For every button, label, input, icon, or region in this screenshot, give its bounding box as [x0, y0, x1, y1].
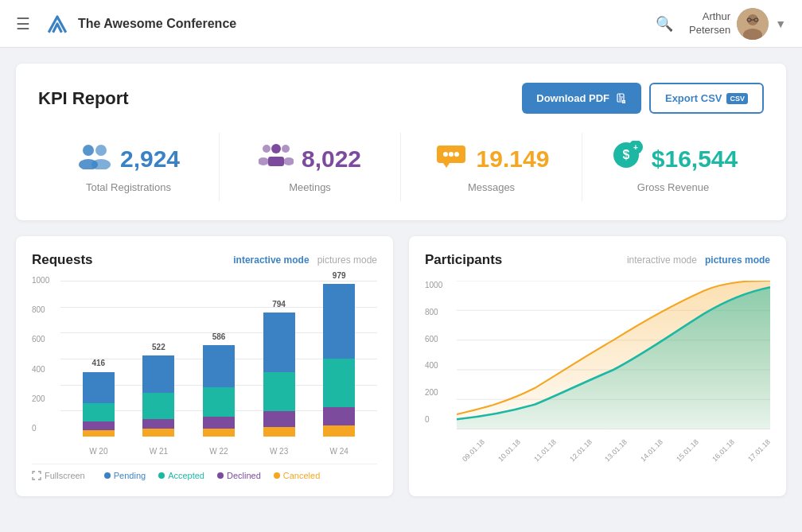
registrations-label: Total Registrations — [86, 181, 171, 193]
download-pdf-label: Download PDF — [536, 92, 609, 104]
export-csv-button[interactable]: Export CSV CSV — [649, 83, 764, 114]
messages-label: Messages — [468, 181, 515, 193]
revenue-label: Gross Revenue — [637, 181, 709, 193]
kpi-stat-top-registrations: 2,924 — [77, 141, 180, 177]
main-content: KPI Report Download PDF Export CSV CSV — [0, 48, 802, 512]
kpi-stat-registrations: 2,924 Total Registrations — [38, 133, 220, 201]
fullscreen-button[interactable]: Fullscreen — [32, 471, 85, 480]
legend-dot-canceled — [274, 472, 280, 479]
svg-point-21 — [283, 157, 294, 165]
bar-stack: 979 — [323, 284, 355, 437]
messages-value: 19.149 — [477, 146, 550, 173]
participants-line-chart: 1000 800 600 400 200 0 — [425, 281, 770, 456]
registrations-value: 2,924 — [120, 146, 180, 173]
kpi-stat-top-meetings: 8,022 — [259, 141, 361, 177]
svg-rect-17 — [268, 157, 284, 166]
kpi-stat-top-messages: 19.149 — [434, 141, 550, 177]
lc-x-1601: 16.01.18 — [711, 438, 736, 464]
svg-point-12 — [83, 145, 94, 156]
bar-group-w22: 586 — [199, 345, 239, 437]
bar-segment — [323, 284, 355, 359]
requests-chart-modes: interactive mode pictures mode — [233, 254, 377, 266]
kpi-stats: 2,924 Total Registrations — [38, 133, 764, 201]
requests-chart-card: Requests interactive mode pictures mode … — [16, 236, 393, 496]
revenue-value: $16,544 — [652, 146, 738, 173]
meetings-value: 8,022 — [302, 146, 361, 173]
revenue-icon: $ + — [609, 141, 644, 177]
legend-dot-accepted — [158, 472, 165, 479]
bar-stack: 586 — [203, 345, 235, 437]
participants-svg — [457, 281, 770, 429]
lc-x-1301: 13.01.18 — [604, 438, 629, 464]
bar-total-label: 586 — [212, 332, 226, 341]
kpi-card: KPI Report Download PDF Export CSV CSV — [16, 64, 786, 220]
lc-x-1201: 12.01.18 — [568, 438, 594, 464]
chevron-down-icon: ▼ — [775, 17, 786, 30]
requests-pictures-mode[interactable]: pictures mode — [317, 254, 377, 266]
participants-interactive-mode[interactable]: interactive mode — [627, 254, 697, 266]
bar-segment — [142, 419, 174, 429]
bar-total-label: 416 — [91, 359, 105, 367]
site-title: The Awesome Conference — [78, 17, 236, 31]
svg-point-25 — [454, 152, 459, 157]
kpi-buttons: Download PDF Export CSV CSV — [522, 83, 764, 114]
lc-y-400: 400 — [425, 361, 442, 370]
charts-row: Requests interactive mode pictures mode … — [16, 236, 786, 496]
pdf-icon — [616, 93, 627, 104]
bar-segment — [203, 429, 235, 437]
svg-point-18 — [263, 145, 271, 153]
search-icon[interactable]: 🔍 — [656, 15, 673, 33]
lc-x-1401: 14.01.18 — [639, 438, 664, 464]
requests-chart-title: Requests — [32, 252, 93, 268]
bar-segment — [323, 425, 355, 437]
x-label-w22: W 22 — [199, 447, 239, 456]
svg-point-24 — [449, 152, 454, 157]
bar-stack: 522 — [142, 355, 174, 437]
y-label-0: 0 — [32, 425, 49, 433]
menu-icon[interactable]: ☰ — [16, 14, 30, 33]
requests-x-labels: W 20W 21W 22W 23W 24 — [60, 447, 377, 456]
requests-interactive-mode[interactable]: interactive mode — [233, 254, 309, 266]
download-pdf-button[interactable]: Download PDF — [522, 83, 641, 114]
y-label-800: 800 — [32, 306, 49, 314]
user-name: Arthur Petersen — [689, 10, 730, 37]
svg-point-19 — [282, 145, 290, 153]
avatar-image — [737, 8, 769, 40]
bar-segment — [142, 393, 174, 419]
participants-chart-header: Participants interactive mode pictures m… — [425, 252, 770, 268]
lc-y-600: 600 — [425, 335, 442, 344]
bar-segment — [203, 387, 235, 417]
bar-segment — [83, 372, 115, 403]
kpi-title: KPI Report — [38, 88, 129, 109]
bar-segment — [142, 355, 174, 393]
avatar — [737, 8, 769, 40]
svg-text:$: $ — [622, 148, 629, 161]
bar-segment — [142, 429, 174, 437]
participants-pictures-mode[interactable]: pictures mode — [705, 254, 770, 266]
x-label-w20: W 20 — [79, 447, 119, 456]
bar-stack: 794 — [263, 313, 295, 437]
participants-x-labels: 09.01.18 10.01.18 11.01.18 12.01.18 13.0… — [457, 445, 770, 456]
user-menu[interactable]: Arthur Petersen ▼ — [689, 8, 786, 40]
bar-segment — [83, 421, 115, 430]
x-label-w23: W 23 — [259, 447, 299, 456]
participants-chart-card: Participants interactive mode pictures m… — [409, 236, 786, 496]
participants-chart-modes: interactive mode pictures mode — [627, 254, 770, 266]
requests-chart-footer: Fullscreen Pending Accepted Declined Can… — [32, 464, 377, 480]
legend-label-accepted: Accepted — [168, 471, 204, 480]
bar-segment — [263, 313, 295, 371]
bar-group-w21: 522 — [138, 355, 178, 437]
lc-y-0: 0 — [425, 415, 442, 424]
requests-y-labels: 1000 800 600 400 200 0 — [32, 281, 49, 437]
bar-stack: 416 — [83, 371, 115, 437]
bar-segment — [83, 403, 115, 422]
bar-chart-bars-container: 416522586794979 — [60, 281, 377, 437]
logo-mark — [43, 10, 72, 38]
kpi-stat-revenue: $ + $16,544 Gross Revenue — [582, 133, 764, 201]
meetings-icon — [259, 141, 294, 177]
y-label-600: 600 — [32, 336, 49, 344]
legend-declined: Declined — [217, 471, 261, 480]
lc-x-0901: 09.01.18 — [461, 438, 486, 464]
participants-y-labels: 1000 800 600 400 200 0 — [425, 281, 442, 424]
bar-total-label: 794 — [272, 300, 286, 309]
